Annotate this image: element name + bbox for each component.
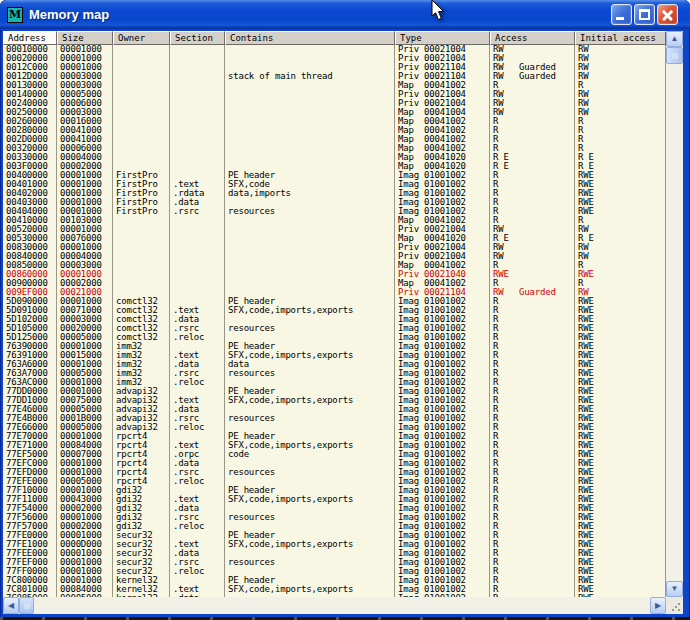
column-header-contains[interactable]: Contains bbox=[225, 31, 395, 45]
cell-owner: gdi32 bbox=[113, 486, 170, 495]
table-row[interactable]: 0086000000001000Priv 00021040RWERWE bbox=[3, 270, 666, 279]
close-button[interactable] bbox=[657, 4, 678, 25]
table-row[interactable]: 5D09100000071000comctl32.textSFX,code,im… bbox=[3, 306, 666, 315]
minimize-button[interactable] bbox=[611, 4, 632, 25]
cell-access: RW bbox=[490, 108, 575, 117]
table-row[interactable]: 77EF500000007000rpcrt4.orpccodeImag 0100… bbox=[3, 450, 666, 459]
table-row[interactable]: 77EFE00000005000rpcrt4.relocImag 0100100… bbox=[3, 477, 666, 486]
cell-type: Imag 01001002 bbox=[395, 576, 490, 585]
cell-owner: FirstPro bbox=[113, 171, 170, 180]
table-row[interactable]: 77E7100000084000rpcrt4.textSFX,code,impo… bbox=[3, 441, 666, 450]
table-row[interactable]: 77FF000000001000secur32.relocImag 010010… bbox=[3, 567, 666, 576]
titlebar[interactable]: M Memory map bbox=[0, 0, 690, 29]
table-row[interactable]: 77FE10000000D000secur32.textSFX,code,imp… bbox=[3, 540, 666, 549]
table-row[interactable]: 0012D00000003000stack of main threadPriv… bbox=[3, 72, 666, 81]
column-header-section[interactable]: Section bbox=[170, 31, 225, 45]
table-row[interactable]: 0002000000001000Priv 00021004RWRW bbox=[3, 54, 666, 63]
table-row[interactable]: 0012C00000001000Priv 00021104RW GuardedR… bbox=[3, 63, 666, 72]
horizontal-scroll-thumb[interactable] bbox=[19, 597, 34, 614]
table-row[interactable]: 0032000000006000Map 00041002RR bbox=[3, 144, 666, 153]
column-header-initial-access[interactable]: Initial access bbox=[575, 31, 666, 45]
cell-contains: stack of main thread bbox=[225, 72, 395, 81]
cell-size: 00001000 bbox=[57, 171, 113, 180]
table-row[interactable]: 0053000000076000Map 00041020R ER E bbox=[3, 234, 666, 243]
cell-access: R bbox=[490, 189, 575, 198]
table-row[interactable]: 009EF00000021000Priv 00021104RW GuardedR… bbox=[3, 288, 666, 297]
table-row[interactable]: 0026000000016000Map 00041002RR bbox=[3, 117, 666, 126]
scroll-up-button[interactable]: ▲ bbox=[666, 31, 683, 47]
column-header-address[interactable]: Address bbox=[3, 31, 57, 45]
scroll-down-button[interactable]: ▼ bbox=[666, 581, 683, 597]
table-row[interactable]: 0084000000004000Priv 00021004RWRW bbox=[3, 252, 666, 261]
table-row[interactable]: 0040100000001000FirstPro.textSFX,codeIma… bbox=[3, 180, 666, 189]
table-row[interactable]: 0040400000001000FirstPro.rsrcresourcesIm… bbox=[3, 207, 666, 216]
table-row[interactable]: 0014000000005000Priv 00021004RWRW bbox=[3, 90, 666, 99]
vertical-scrollbar[interactable]: ▲ ▼ bbox=[666, 31, 683, 597]
table-row[interactable]: 77FEF00000001000secur32.rsrcresourcesIma… bbox=[3, 558, 666, 567]
scroll-left-button[interactable]: ◀ bbox=[3, 597, 19, 614]
cell-type: Priv 00021104 bbox=[395, 288, 490, 297]
scroll-right-button[interactable]: ▶ bbox=[650, 597, 666, 614]
table-row[interactable]: 0025000000003000Map 00041004RWRW bbox=[3, 108, 666, 117]
table-row[interactable]: 5D12500000005000comctl32.relocImag 01001… bbox=[3, 333, 666, 342]
cell-initial-access: R E bbox=[575, 153, 666, 162]
table-row[interactable]: 0040200000001000FirstPro.rdatadata,impor… bbox=[3, 189, 666, 198]
table-row[interactable]: 0033000000004000Map 00041020R ER E bbox=[3, 153, 666, 162]
table-row[interactable]: 77F5700000002000gdi32.relocImag 01001002… bbox=[3, 522, 666, 531]
table-row[interactable]: 0001000000001000Priv 00021004RWRW bbox=[3, 45, 666, 54]
maximize-button[interactable] bbox=[634, 4, 655, 25]
column-header-size[interactable]: Size bbox=[57, 31, 113, 45]
cell-size: 00001000 bbox=[57, 432, 113, 441]
table-row[interactable]: 77E6600000005000advapi32.relocImag 01001… bbox=[3, 423, 666, 432]
table-row[interactable]: 77EFC00000001000rpcrt4.dataImag 01001002… bbox=[3, 459, 666, 468]
table-row[interactable]: 77E4B0000001B000advapi32.rsrcresourcesIm… bbox=[3, 414, 666, 423]
cell-type: Imag 01001002 bbox=[395, 333, 490, 342]
table-row[interactable]: 0028000000041000Map 00041002RR bbox=[3, 126, 666, 135]
table-row[interactable]: 77F5400000002000gdi32.dataImag 01001002R… bbox=[3, 504, 666, 513]
horizontal-scrollbar[interactable]: ◀ ▶ bbox=[3, 597, 666, 614]
cell-size: 00001000 bbox=[57, 180, 113, 189]
table-row[interactable]: 763AC00000001000imm32.relocImag 01001002… bbox=[3, 378, 666, 387]
table-row[interactable]: 77EFD00000001000rpcrt4.rsrcresourcesImag… bbox=[3, 468, 666, 477]
table-row[interactable]: 77FEE00000001000secur32.dataImag 0100100… bbox=[3, 549, 666, 558]
table-row[interactable]: 5D10200000003000comctl32.dataImag 010010… bbox=[3, 315, 666, 324]
cell-access: RW Guarded bbox=[490, 288, 575, 297]
cell-owner: secur32 bbox=[113, 558, 170, 567]
table-row[interactable]: 77F1100000043000gdi32.textSFX,code,impor… bbox=[3, 495, 666, 504]
table-row[interactable]: 7639100000015000imm32.textSFX,code,impor… bbox=[3, 351, 666, 360]
table-row[interactable]: 0090000000002000Map 00041002RR bbox=[3, 279, 666, 288]
table-row[interactable]: 763A600000001000imm32.datadataImag 01001… bbox=[3, 360, 666, 369]
resize-grip[interactable] bbox=[666, 597, 683, 614]
cell-contains: SFX,code,imports,exports bbox=[225, 396, 395, 405]
table-row[interactable]: 77F1000000001000gdi32PE headerImag 01001… bbox=[3, 486, 666, 495]
table-row[interactable]: 77F5600000001000gdi32.rsrcresourcesImag … bbox=[3, 513, 666, 522]
table-row[interactable]: 0040000000001000FirstProPE headerImag 01… bbox=[3, 171, 666, 180]
table-row[interactable]: 77E4600000005000advapi32.dataImag 010010… bbox=[3, 405, 666, 414]
table-row[interactable]: 77DD100000075000advapi32.textSFX,code,im… bbox=[3, 396, 666, 405]
table-row[interactable]: 0083000000001000Priv 00021004RWRW bbox=[3, 243, 666, 252]
table-row[interactable]: 77FE000000001000secur32PE headerImag 010… bbox=[3, 531, 666, 540]
table-row[interactable]: 7C80000000001000kernel32PE headerImag 01… bbox=[3, 576, 666, 585]
table-row[interactable]: 5D10500000020000comctl32.rsrcresourcesIm… bbox=[3, 324, 666, 333]
table-row[interactable]: 7639000000001000imm32PE headerImag 01001… bbox=[3, 342, 666, 351]
table-row[interactable]: 0052000000001000Priv 00021004RWRW bbox=[3, 225, 666, 234]
table-row[interactable]: 0013000000003000Map 00041002RR bbox=[3, 81, 666, 90]
column-header-owner[interactable]: Owner bbox=[113, 31, 170, 45]
table-row[interactable]: 77E7000000001000rpcrt4PE headerImag 0100… bbox=[3, 432, 666, 441]
table-row[interactable]: 0085000000003000Map 00041002RR bbox=[3, 261, 666, 270]
column-header-type[interactable]: Type bbox=[395, 31, 490, 45]
cell-access: R bbox=[490, 549, 575, 558]
column-header-access[interactable]: Access bbox=[490, 31, 575, 45]
table-row[interactable]: 0024000000006000Priv 00021004RWRW bbox=[3, 99, 666, 108]
table-row[interactable]: 003F000000002000Map 00041020R ER E bbox=[3, 162, 666, 171]
table-row[interactable]: 7C80100000084000kernel32.textSFX,code,im… bbox=[3, 585, 666, 594]
table-row[interactable]: 0041000000103000Map 00041002RR bbox=[3, 216, 666, 225]
cell-size: 00001000 bbox=[57, 459, 113, 468]
table-row[interactable]: 77DD000000001000advapi32PE headerImag 01… bbox=[3, 387, 666, 396]
table-row[interactable]: 002D000000041000Map 00041002RR bbox=[3, 135, 666, 144]
table-row[interactable]: 763A700000005000imm32.rsrcresourcesImag … bbox=[3, 369, 666, 378]
vertical-scroll-thumb[interactable] bbox=[666, 47, 683, 64]
table-row[interactable]: 5D09000000001000comctl32PE headerImag 01… bbox=[3, 297, 666, 306]
cell-initial-access: RWE bbox=[575, 513, 666, 522]
table-row[interactable]: 0040300000001000FirstPro.dataImag 010010… bbox=[3, 198, 666, 207]
